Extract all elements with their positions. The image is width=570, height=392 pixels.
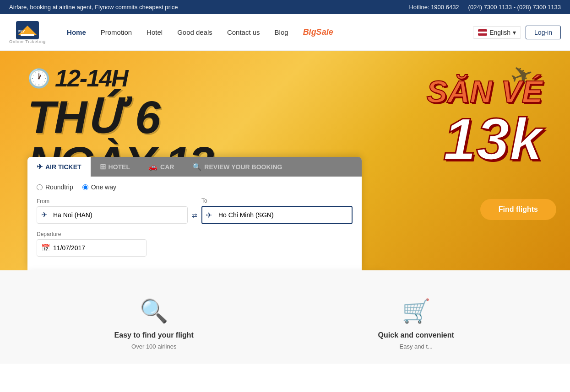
hero-price: 13k (427, 109, 543, 169)
review-icon: 🔍 (192, 162, 201, 171)
tab-car[interactable]: 🚗 CAR (139, 157, 183, 177)
top-banner-left-text: Airfare, booking at airline agent, Flyno… (9, 4, 178, 11)
logo-image: FLY (16, 21, 39, 39)
logo[interactable]: FLY Online Ticketing (9, 21, 46, 44)
feature-find-desc: Over 100 airlines (37, 343, 271, 350)
to-input[interactable] (201, 206, 353, 224)
hero-san-ve: SĂN VÉ (427, 74, 543, 109)
departure-input[interactable] (37, 239, 147, 257)
main-nav: Home Promotion Hotel Good deals Contact … (60, 23, 473, 42)
from-input[interactable] (37, 206, 188, 224)
chevron-down-icon: ▾ (513, 29, 516, 36)
feature-convenient: 🛒 Quick and convenient Easy and t... (299, 298, 534, 350)
clock-icon: 🕐 (27, 68, 50, 89)
departure-field: Departure 📅 (37, 231, 147, 257)
tab-review[interactable]: 🔍 REVIEW YOUR BOOKING (183, 157, 291, 177)
airplane-icon: ✈ (37, 162, 43, 171)
hero-right-text: SĂN VÉ 13k (427, 74, 543, 169)
login-button[interactable]: Log-in (526, 26, 561, 39)
hotline-text: Hotline: 1900 6432 (409, 4, 459, 11)
tab-review-label: REVIEW YOUR BOOKING (204, 163, 282, 171)
departure-label: Departure (37, 231, 147, 237)
nav-hotel[interactable]: Hotel (139, 24, 170, 41)
hero-day: THỨ 6 (27, 94, 213, 140)
search-tabs: ✈ AIR TICKET ⊞ HOTEL 🚗 CAR 🔍 REVIEW YOUR… (27, 157, 362, 177)
search-feature-icon: 🔍 (37, 298, 271, 324)
language-selector[interactable]: English ▾ (473, 26, 521, 39)
oneway-radio[interactable] (82, 184, 88, 190)
nav-blog[interactable]: Blog (267, 24, 296, 41)
cart-feature-icon: 🛒 (299, 298, 534, 324)
nav-good-deals[interactable]: Good deals (170, 24, 220, 41)
hero-clock-line: 🕐 12-14H (27, 64, 213, 92)
search-form: Roundtrip One way From ✈ ⇄ To ✈ (27, 177, 362, 270)
logo-subtext: Online Ticketing (9, 39, 46, 44)
tab-hotel-label: HOTEL (109, 163, 130, 171)
top-banner: Airfare, booking at airline agent, Flyno… (0, 0, 570, 14)
tab-hotel[interactable]: ⊞ HOTEL (91, 157, 139, 177)
roundtrip-option[interactable]: Roundtrip (37, 183, 73, 191)
feature-convenient-title: Quick and convenient (299, 331, 534, 339)
to-field: To ✈ (201, 198, 353, 224)
svg-text:FLY: FLY (18, 29, 25, 33)
from-field: From ✈ (37, 198, 188, 224)
tab-car-label: CAR (160, 163, 174, 171)
feature-convenient-desc: Easy and t... (299, 343, 534, 350)
nav-bigsale[interactable]: BigSale (296, 23, 341, 42)
trip-type-row: Roundtrip One way (37, 183, 353, 191)
feature-find-flight: 🔍 Easy to find your flight Over 100 airl… (37, 298, 271, 350)
top-banner-right: Hotline: 1900 6432 (024) 7300 1133 - (02… (409, 4, 561, 11)
find-flights-button[interactable]: Find flights (480, 199, 556, 220)
flag-icon (478, 29, 487, 36)
from-plane-icon: ✈ (41, 210, 47, 219)
search-box: ✈ AIR TICKET ⊞ HOTEL 🚗 CAR 🔍 REVIEW YOUR… (27, 157, 362, 270)
features-section: 🔍 Easy to find your flight Over 100 airl… (0, 270, 570, 364)
calendar-icon: 📅 (41, 243, 50, 252)
language-label: English (489, 29, 510, 36)
svg-rect-2 (21, 34, 34, 36)
swap-button[interactable]: ⇄ (188, 203, 201, 219)
hotel-icon: ⊞ (100, 162, 106, 171)
roundtrip-label: Roundtrip (45, 183, 73, 191)
nav-contact-us[interactable]: Contact us (220, 24, 267, 41)
hero-time: 12-14H (55, 64, 128, 92)
tab-air-ticket-label: AIR TICKET (45, 163, 81, 171)
to-label: To (201, 198, 353, 204)
nav-home[interactable]: Home (60, 24, 93, 41)
tab-air-ticket[interactable]: ✈ AIR TICKET (27, 157, 91, 177)
to-plane-icon: ✈ (206, 211, 212, 220)
roundtrip-radio[interactable] (37, 184, 43, 190)
phone-numbers: (024) 7300 1133 - (028) 7300 1133 (468, 4, 561, 11)
hero-banner: 🕐 12-14H THỨ 6 NGÀY 13 SĂN VÉ 13k ✈ FLYN… (0, 51, 570, 270)
feature-find-title: Easy to find your flight (37, 331, 271, 339)
header: FLY Online Ticketing Home Promotion Hote… (0, 14, 570, 51)
nav-promotion[interactable]: Promotion (93, 24, 139, 41)
from-to-row: From ✈ ⇄ To ✈ (37, 198, 353, 224)
header-right: English ▾ Log-in (473, 26, 561, 39)
oneway-option[interactable]: One way (82, 183, 116, 191)
from-label: From (37, 198, 188, 204)
departure-row: Departure 📅 (37, 231, 353, 257)
oneway-label: One way (91, 183, 116, 191)
car-icon: 🚗 (148, 162, 157, 171)
